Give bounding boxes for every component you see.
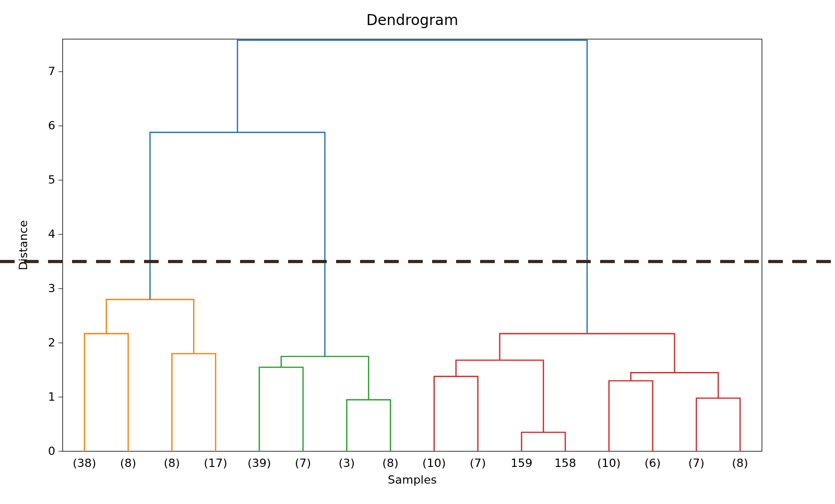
dendro-link [347, 400, 390, 451]
y-tick-label: 3 [48, 282, 55, 295]
dendro-link [456, 360, 544, 432]
dendro-link [521, 433, 565, 451]
x-leaf-label: (7) [470, 457, 486, 470]
dendro-link [237, 40, 587, 333]
x-leaf-label: (8) [120, 457, 136, 470]
chart-container: Dendrogram01234567Distance(38)(8)(8)(17)… [0, 0, 835, 504]
x-leaf-label: (7) [688, 457, 705, 470]
dendro-link [500, 333, 675, 373]
x-leaf-label: (10) [597, 457, 621, 470]
dendro-link [150, 133, 325, 356]
x-leaf-label: (8) [732, 457, 748, 470]
y-tick-label: 4 [48, 227, 55, 241]
x-leaf-label: 158 [554, 457, 576, 470]
x-leaf-label: (6) [645, 457, 661, 470]
dendro-link [259, 367, 303, 451]
dendro-link [631, 373, 719, 398]
x-leaf-label: (39) [247, 457, 271, 470]
y-tick-label: 6 [48, 119, 55, 132]
dendrogram-svg: Dendrogram01234567Distance(38)(8)(8)(17)… [0, 0, 835, 504]
x-leaf-label: (8) [164, 457, 180, 470]
y-tick-label: 1 [48, 390, 55, 403]
y-tick-label: 2 [48, 336, 55, 349]
dendro-link [172, 354, 216, 451]
dendro-link [85, 333, 128, 451]
chart-title: Dendrogram [366, 11, 458, 29]
dendro-link [696, 398, 740, 451]
dendro-link [281, 356, 369, 400]
dendro-link [434, 377, 478, 451]
plot-frame [63, 39, 762, 451]
x-leaf-label: (17) [204, 457, 228, 470]
dendro-link [609, 381, 653, 451]
y-tick-label: 7 [48, 65, 55, 78]
x-leaf-label: (8) [383, 457, 399, 470]
y-tick-label: 5 [48, 173, 55, 186]
x-leaf-label: (3) [339, 457, 355, 470]
x-leaf-label: (7) [295, 457, 311, 470]
dendro-link [106, 299, 194, 354]
x-leaf-label: 159 [510, 457, 532, 470]
x-axis-label: Samples [388, 473, 437, 486]
y-tick-label: 0 [48, 445, 55, 458]
x-leaf-label: (38) [73, 457, 96, 470]
x-leaf-label: (10) [422, 457, 446, 470]
